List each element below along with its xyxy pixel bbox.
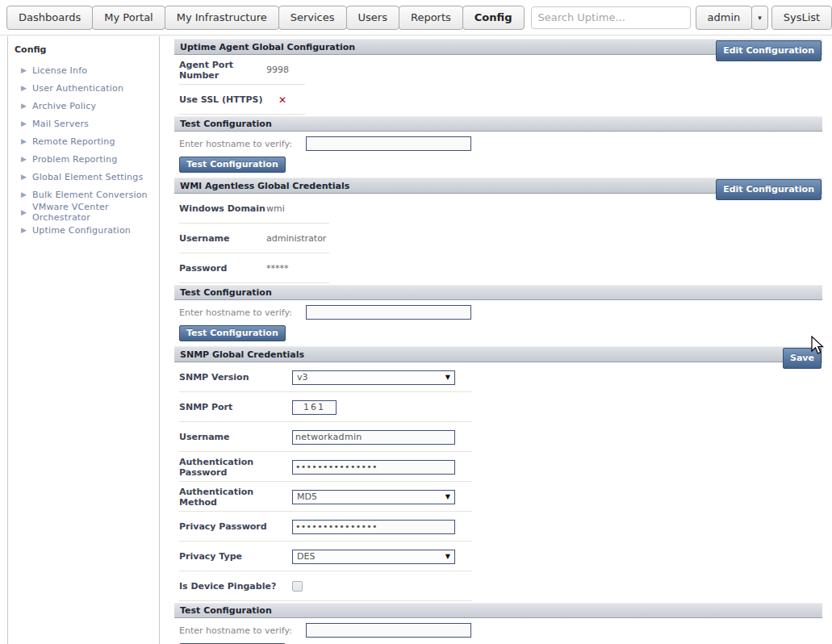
tab-services[interactable]: Services xyxy=(278,6,347,30)
sidebar-item-license-info[interactable]: ▶ License Info xyxy=(15,61,159,79)
chevron-down-icon: ▼ xyxy=(445,553,450,560)
expand-arrow-icon: ▶ xyxy=(21,137,32,145)
snmp-version-select[interactable]: v3 ▼ xyxy=(292,370,455,385)
wmi-password-row: Password ***** xyxy=(174,253,822,283)
authentication-method-select[interactable]: MD5 ▼ xyxy=(292,490,455,504)
authentication-password-input[interactable] xyxy=(292,460,455,475)
snmp-port-input[interactable] xyxy=(292,400,337,415)
snmp-section-body: SNMP Version v3 ▼ SNMP Port Username Aut… xyxy=(174,362,822,601)
search-input[interactable] xyxy=(531,6,691,29)
sidebar-item-archive-policy[interactable]: ▶ Archive Policy xyxy=(15,97,159,115)
red-x-icon: ✕ xyxy=(278,94,286,106)
snmp-version-label: SNMP Version xyxy=(179,372,292,383)
expand-arrow-icon: ▶ xyxy=(21,66,32,74)
privacy-password-input[interactable] xyxy=(292,520,455,534)
windows-domain-label: Windows Domain xyxy=(179,203,266,214)
wmi-username-row: Username administrator xyxy=(174,224,822,253)
is-device-pingable-label: Is Device Pingable? xyxy=(179,581,292,592)
hostname-label-1: Enter hostname to verify: xyxy=(179,139,306,149)
sidebar-item-user-authentication[interactable]: ▶ User Authentication xyxy=(15,79,159,97)
sidebar-item-problem-reporting[interactable]: ▶ Problem Reporting xyxy=(15,150,159,168)
tab-config[interactable]: Config xyxy=(462,6,525,30)
use-ssl-row: Use SSL (HTTPS) ✕ xyxy=(174,85,822,115)
test-configuration-button-1[interactable]: Test Configuration xyxy=(179,157,286,173)
user-menu-caret-icon[interactable]: ▾ xyxy=(751,6,768,30)
expand-arrow-icon: ▶ xyxy=(21,155,32,163)
expand-arrow-icon: ▶ xyxy=(21,119,32,128)
windows-domain-value: wmi xyxy=(266,203,285,214)
sidebar-item-label: Uptime Configuration xyxy=(32,225,131,236)
test-button-row-3: Test Configuration xyxy=(174,641,822,644)
hostname-input-1[interactable] xyxy=(306,136,471,151)
snmp-port-label: SNMP Port xyxy=(179,402,292,412)
is-device-pingable-checkbox[interactable] xyxy=(292,581,303,592)
authentication-password-label: Authentication Password xyxy=(179,457,292,478)
authentication-method-value: MD5 xyxy=(297,491,445,502)
expand-arrow-icon: ▶ xyxy=(21,208,32,216)
sidebar-item-vmware-vcenter-orchestrator[interactable]: ▶ VMware VCenter Orchestrator xyxy=(15,203,159,221)
expand-arrow-icon: ▶ xyxy=(21,190,32,199)
search-wrap xyxy=(531,6,691,29)
wmi-section-body: Windows Domain wmi Username administrato… xyxy=(174,194,822,283)
hostname-input-2[interactable] xyxy=(306,305,471,320)
agent-port-value: 9998 xyxy=(266,65,289,75)
wmi-username-label: Username xyxy=(179,233,266,244)
user-menu-button[interactable]: admin xyxy=(696,6,753,30)
sidebar-item-mail-servers[interactable]: ▶ Mail Servers xyxy=(15,115,159,132)
sidebar-item-global-element-settings[interactable]: ▶ Global Element Settings xyxy=(15,168,159,186)
agent-section-body: Agent Port Number 9998 Use SSL (HTTPS) ✕ xyxy=(174,55,822,115)
nav-right-group: admin ▾ SysList Help xyxy=(696,6,832,30)
sidebar-title: Config xyxy=(15,43,159,61)
sidebar-item-label: Archive Policy xyxy=(32,101,96,111)
use-ssl-label: Use SSL (HTTPS) xyxy=(179,94,266,105)
sidebar-item-label: Problem Reporting xyxy=(32,154,117,165)
sidebar-item-label: Bulk Element Conversion xyxy=(32,190,148,200)
tab-dashboards[interactable]: Dashboards xyxy=(6,6,93,30)
privacy-type-row: Privacy Type DES ▼ xyxy=(174,542,822,571)
test-configuration-header-3: Test Configuration xyxy=(174,603,822,618)
authentication-password-row: Authentication Password xyxy=(174,452,822,482)
test-configuration-button-2[interactable]: Test Configuration xyxy=(179,325,286,341)
expand-arrow-icon: ▶ xyxy=(21,173,32,181)
snmp-port-row: SNMP Port xyxy=(174,392,822,422)
sidebar-item-label: Remote Reporting xyxy=(32,136,115,147)
agent-port-label: Agent Port Number xyxy=(179,60,266,81)
test-configuration-header-2: Test Configuration xyxy=(174,285,822,300)
chevron-down-icon: ▼ xyxy=(445,493,450,500)
privacy-type-select[interactable]: DES ▼ xyxy=(292,550,455,564)
snmp-version-row: SNMP Version v3 ▼ xyxy=(174,362,822,392)
syslist-button[interactable]: SysList xyxy=(771,6,832,30)
hostname-row-2: Enter hostname to verify: xyxy=(174,300,822,323)
sidebar-item-uptime-configuration[interactable]: ▶ Uptime Configuration xyxy=(15,221,159,239)
sidebar-item-remote-reporting[interactable]: ▶ Remote Reporting xyxy=(15,132,159,150)
hostname-input-3[interactable] xyxy=(306,623,471,638)
tab-users[interactable]: Users xyxy=(346,6,399,30)
test-button-row-2: Test Configuration xyxy=(174,323,822,346)
snmp-username-label: Username xyxy=(179,432,292,442)
sidebar-item-bulk-element-conversion[interactable]: ▶ Bulk Element Conversion xyxy=(15,186,159,203)
tab-my-portal[interactable]: My Portal xyxy=(92,6,165,30)
hostname-label-2: Enter hostname to verify: xyxy=(179,307,306,318)
hostname-row-3: Enter hostname to verify: xyxy=(174,618,822,641)
expand-arrow-icon: ▶ xyxy=(21,102,32,110)
snmp-username-input[interactable] xyxy=(292,430,455,445)
test-configuration-title: Test Configuration xyxy=(180,287,272,298)
wmi-password-value: ***** xyxy=(266,263,289,274)
snmp-username-row: Username xyxy=(174,422,822,452)
privacy-type-value: DES xyxy=(297,551,445,562)
sidebar-item-label: User Authentication xyxy=(32,83,123,94)
windows-domain-row: Windows Domain wmi xyxy=(174,194,822,224)
main-content: Uptime Agent Global Configuration Edit C… xyxy=(174,39,822,644)
snmp-section-header: SNMP Global Credentials Save xyxy=(174,346,822,362)
wmi-section-title: WMI Agentless Global Credentials xyxy=(180,181,349,191)
wmi-username-value: administrator xyxy=(266,233,326,244)
snmp-section-title: SNMP Global Credentials xyxy=(180,349,304,360)
privacy-password-label: Privacy Password xyxy=(179,521,292,532)
test-configuration-title: Test Configuration xyxy=(180,605,272,616)
tab-my-infrastructure[interactable]: My Infrastructure xyxy=(165,6,279,30)
tab-reports[interactable]: Reports xyxy=(399,6,463,30)
sidebar-item-label: Global Element Settings xyxy=(32,172,143,182)
config-sidebar: Config ▶ License Info ▶ User Authenticat… xyxy=(7,36,160,644)
sidebar-item-label: License Info xyxy=(32,65,87,76)
privacy-type-label: Privacy Type xyxy=(179,551,292,562)
